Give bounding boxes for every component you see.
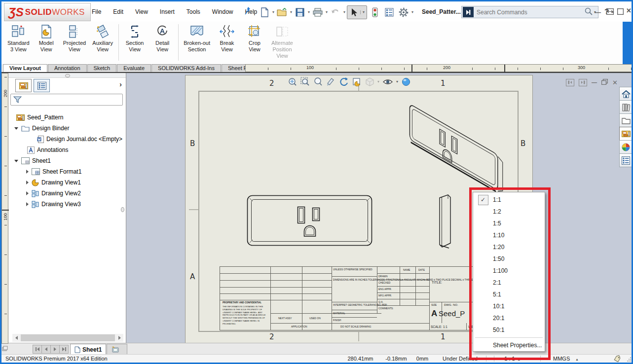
tab-annotation[interactable]: Annotation [48,64,87,72]
sheet-scale-control[interactable]: 1 : 1 ▴ [492,356,532,362]
save-dropdown[interactable]: ▾ [308,10,310,14]
sheet1-tab[interactable]: Sheet1 [70,344,106,355]
panel-resize-bar[interactable] [8,73,126,78]
zoom-in-out-icon[interactable] [313,77,323,86]
scale-menu-item-1-100[interactable]: 1:100 [473,265,545,277]
scrollbar-thumb[interactable] [21,334,115,341]
next-sheet-button[interactable] [50,345,60,354]
expand-arrow-icon[interactable] [26,181,29,184]
units-control[interactable]: MMGS ▴ [553,356,578,362]
sheet-properties-menu-item[interactable]: Sheet Properties... [473,339,545,351]
menu-window[interactable]: Window [207,7,239,17]
new-document-button[interactable] [258,6,271,19]
tree-item-sheet1[interactable]: Sheet1 [14,156,51,166]
file-properties-button[interactable] [383,6,396,19]
print-dropdown[interactable]: ▾ [326,10,328,14]
menu-insert[interactable]: Insert [154,7,180,17]
panel-grip[interactable] [65,74,70,77]
scale-menu-item-2-1[interactable]: 2:1 [473,277,545,289]
collapse-panel-chevron[interactable]: › [119,80,122,88]
tree-item-design-binder[interactable]: Design Binder [14,123,69,133]
scale-menu-item-1-2[interactable]: 1:2 [473,206,545,218]
child-restore-icon[interactable] [601,78,608,87]
projected-view-button[interactable]: Projected View [60,23,89,54]
child-close-icon[interactable]: ✕ [612,79,618,86]
search-commands-input[interactable] [476,8,584,16]
panel-horizontal-scrollbar[interactable] [12,334,123,342]
view-palette-tab[interactable] [619,127,633,141]
open-document-dropdown[interactable]: ▾ [290,10,292,14]
options-gear-button[interactable] [397,6,410,19]
scale-menu-item-1-1[interactable]: ✓ 1:1 [473,194,545,206]
new-document-dropdown[interactable]: ▾ [272,10,274,14]
scale-menu-item-1-20[interactable]: 1:20 [473,241,545,253]
save-button[interactable] [294,6,306,19]
expand-arrow-icon[interactable] [26,191,29,195]
tab-solidworks-add-ins[interactable]: SOLIDWORKS Add-Ins [151,64,221,72]
3d-drawing-view-icon[interactable] [352,77,362,86]
pin-menu-icon[interactable] [244,6,252,17]
tree-item-drawing-view3[interactable]: Drawing View3 [26,199,81,209]
view-settings-sphere-icon[interactable] [402,77,410,86]
expand-arrow-icon[interactable] [14,160,18,162]
dock-left-icon[interactable] [566,79,574,86]
view-selector-icon[interactable] [326,77,335,86]
appearances-tab[interactable] [619,140,633,154]
menu-tools[interactable]: Tools [181,7,206,17]
search-icon[interactable] [584,7,593,18]
tree-item-root[interactable]: Seed_Pattern [13,112,63,122]
tree-item-sheet-format1[interactable]: Sheet Format1 [26,167,81,177]
scale-menu-item-10-1[interactable]: 10:1 [473,300,545,312]
dock-right-icon[interactable] [579,79,587,86]
displaymanager-tab[interactable] [34,79,50,92]
broken-out-section-button[interactable]: Broken-out Section [181,23,213,54]
scroll-left-arrow[interactable] [12,334,20,342]
select-tool-dropdown[interactable]: ▾ [360,10,367,14]
undo-dropdown[interactable]: ▾ [343,10,345,14]
auxiliary-view-button[interactable]: Auxiliary View [89,23,116,54]
resize-grip[interactable] [627,357,632,363]
previous-sheet-button[interactable] [41,345,51,354]
expand-arrow-icon[interactable] [26,170,29,174]
expand-arrow-icon[interactable] [14,127,18,130]
options-dropdown[interactable]: ▾ [411,10,413,14]
minimize-button[interactable]: — [595,8,601,16]
undo-button[interactable] [329,6,342,19]
scale-menu-item-1-10[interactable]: 1:10 [473,229,545,241]
child-minimize-icon[interactable]: — [592,79,597,85]
detail-view-button[interactable]: Detail View [149,23,176,54]
standard-3-view-button[interactable]: Standard 3 View [4,23,33,54]
custom-properties-tab[interactable] [619,153,633,167]
tree-item-annotations[interactable]: Annotations [24,145,68,155]
last-sheet-button[interactable] [59,345,69,354]
expand-arrow-icon[interactable] [26,202,29,206]
zoom-to-fit-icon[interactable] [288,77,297,86]
crop-view-button[interactable]: Crop View [241,23,268,54]
home-tab[interactable] [619,87,633,101]
maximize-button[interactable] [617,8,624,17]
tab-view-layout[interactable]: View Layout [3,64,47,72]
tree-filter-box[interactable] [10,94,123,106]
hide-show-dropdown[interactable]: ▾ [396,80,398,84]
rebuild-button[interactable] [369,6,381,19]
tags-icon[interactable] [613,355,621,363]
scale-menu-item-1-5[interactable]: 1:5 [473,218,545,229]
close-button[interactable]: ✕ [626,7,632,14]
scale-menu-item-1-50[interactable]: 1:50 [473,253,545,265]
scale-menu-item-20-1[interactable]: 20:1 [473,312,545,324]
menu-view[interactable]: View [130,7,153,17]
file-explorer-tab[interactable] [619,113,633,127]
hide-show-items-icon[interactable] [383,78,393,86]
open-document-button[interactable] [276,6,289,19]
tree-item-drawing-view1[interactable]: Drawing View1 [26,178,81,187]
menu-file[interactable]: File [86,7,107,17]
featuremanager-tab[interactable] [15,79,32,92]
scroll-right-arrow[interactable] [115,334,123,342]
rotate-view-icon[interactable] [339,77,349,86]
select-tool-button[interactable] [347,6,360,19]
tree-item-design-journal[interactable]: Design Journal.doc <Empty> [34,134,122,144]
span-displays-button[interactable] [606,8,614,17]
menu-edit[interactable]: Edit [108,7,129,17]
print-button[interactable] [311,6,324,19]
first-sheet-button[interactable] [33,345,42,354]
